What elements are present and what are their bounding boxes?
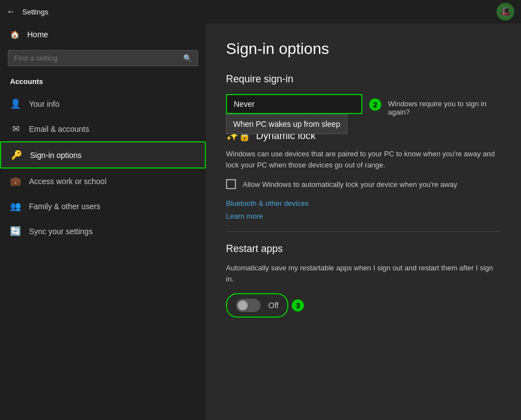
sidebar-section-title: Accounts <box>0 74 206 91</box>
dropdown-wrapper[interactable]: Never When PC wakes up from sleep When P… <box>226 94 362 114</box>
dynamic-lock-desc: Windows can use devices that are paired … <box>226 149 499 170</box>
sync-icon: 🔄 <box>10 226 21 236</box>
restart-apps-toggle[interactable] <box>236 299 260 312</box>
badge-3: 3 <box>292 299 304 312</box>
search-input[interactable] <box>14 54 183 62</box>
sidebar-label-email-accounts: Email & accounts <box>29 125 89 134</box>
sidebar-item-sync-settings[interactable]: 🔄 Sync your settings <box>0 219 206 244</box>
dropdown-open-list: When PC wakes up from sleep <box>226 114 347 134</box>
avatar: 🎩 <box>497 3 514 21</box>
sidebar-item-home[interactable]: 🏠 Home <box>0 23 206 46</box>
toggle-off-label: Off <box>268 301 278 310</box>
require-sign-in-text: Windows require you to sign in again? <box>388 94 501 116</box>
sidebar-label-sign-in-options: Sign-in options <box>30 151 82 160</box>
restart-apps-title: Restart apps <box>226 243 501 255</box>
sidebar-label-sync-settings: Sync your settings <box>29 227 92 236</box>
person-icon: 👤 <box>10 98 21 109</box>
sidebar-item-access-work[interactable]: 💼 Access work or school <box>0 169 206 194</box>
sidebar-home-label: Home <box>27 30 48 39</box>
section-divider <box>226 231 501 232</box>
back-button[interactable]: ← <box>7 7 16 17</box>
sidebar-item-your-info[interactable]: 👤 Your info <box>0 91 206 116</box>
family-icon: 👥 <box>10 201 21 211</box>
sidebar-search-box[interactable]: 🔍 <box>8 50 198 66</box>
email-icon: ✉ <box>10 123 21 134</box>
sidebar-item-email-accounts[interactable]: ✉ Email & accounts <box>0 116 206 141</box>
home-icon: 🏠 <box>10 30 19 39</box>
search-icon: 🔍 <box>183 54 192 62</box>
sidebar-item-sign-in-options[interactable]: 🔑 Sign-in options <box>0 141 206 169</box>
dynamic-lock-section: ✨🔒 Dynamic lock Windows can use devices … <box>226 130 501 220</box>
dynamic-lock-checkbox-label: Allow Windows to automatically lock your… <box>243 180 457 189</box>
key-icon: 🔑 <box>11 150 22 160</box>
restart-apps-section: Restart apps Automatically save my resta… <box>226 243 501 318</box>
restart-apps-toggle-row[interactable]: Off <box>226 293 288 318</box>
learn-more-link[interactable]: Learn more <box>226 212 501 220</box>
main-layout: 🏠 Home 🔍 Accounts 👤 Your info ✉ Email & … <box>0 23 521 420</box>
content-area: Sign-in options Require sign-in Never Wh… <box>206 23 521 420</box>
require-sign-in-title: Require sign-in <box>226 73 501 85</box>
bluetooth-link[interactable]: Bluetooth & other devices <box>226 199 501 207</box>
require-sign-in-dropdown[interactable]: Never When PC wakes up from sleep <box>226 94 362 114</box>
dynamic-lock-checkbox[interactable] <box>226 179 236 189</box>
dynamic-lock-checkbox-row[interactable]: Allow Windows to automatically lock your… <box>226 179 501 189</box>
sidebar: 🏠 Home 🔍 Accounts 👤 Your info ✉ Email & … <box>0 23 206 420</box>
badge-2: 2 <box>369 98 381 111</box>
app-title: Settings <box>22 8 48 16</box>
sidebar-label-access-work: Access work or school <box>29 177 106 186</box>
sidebar-label-your-info: Your info <box>29 100 60 108</box>
sidebar-label-family-users: Family & other users <box>29 202 100 211</box>
require-sign-in-section: Require sign-in Never When PC wakes up f… <box>226 73 501 116</box>
toggle-knob <box>238 300 248 310</box>
restart-apps-desc: Automatically save my restartable apps w… <box>226 263 499 284</box>
dropdown-open-option[interactable]: When PC wakes up from sleep <box>227 115 347 134</box>
page-title: Sign-in options <box>226 40 501 58</box>
dropdown-container: Never When PC wakes up from sleep When P… <box>226 94 501 116</box>
title-bar: ← Settings 🎩 <box>0 0 521 23</box>
sidebar-item-family-users[interactable]: 👥 Family & other users <box>0 194 206 219</box>
briefcase-icon: 💼 <box>10 176 21 186</box>
